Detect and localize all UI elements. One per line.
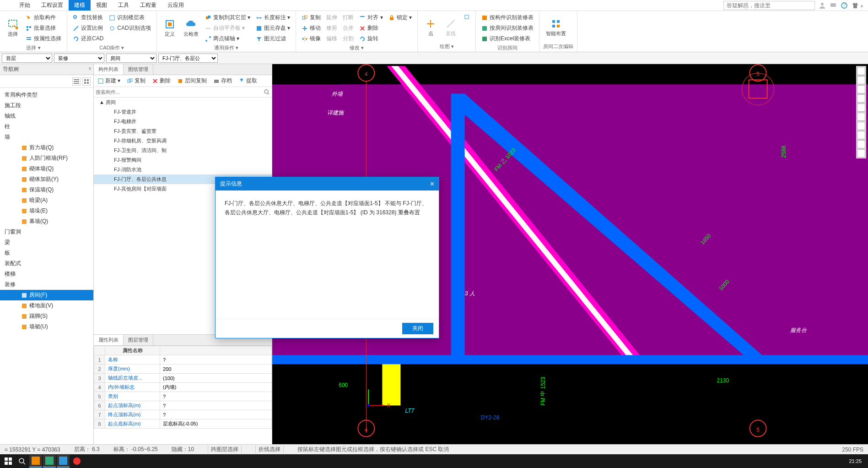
cad-recognize-options-button[interactable]: CAD识别选项 (107, 23, 152, 33)
component-item[interactable]: FJ-电梯井 (94, 117, 272, 126)
restore-cad-button[interactable]: 还原CAD (71, 34, 105, 44)
prop-row-value[interactable]: ? (160, 355, 272, 365)
draw-extra-button[interactable] (462, 13, 472, 21)
property-row[interactable]: 1名称? (94, 355, 272, 365)
pick-component-button[interactable]: 拾取构件 (24, 13, 63, 22)
global-search-input[interactable] (723, 1, 815, 10)
status-polyline-button[interactable]: 折线选择 (255, 446, 284, 453)
dialog-close-icon[interactable]: × (430, 180, 434, 188)
prop-row-value[interactable]: 层底标高(-0.05) (160, 419, 272, 429)
cloud-check-button[interactable]: 云检查 (181, 13, 201, 44)
nav-item[interactable]: 柱 (0, 121, 93, 132)
canvas-tool-3[interactable] (857, 85, 865, 93)
property-row[interactable]: 5类别? (94, 392, 272, 401)
property-row[interactable]: 8起点底标高(m)层底标高(-0.05) (94, 419, 272, 429)
nav-grid-view-icon[interactable] (82, 77, 91, 86)
archive-button[interactable]: 存档 (211, 76, 234, 86)
taskbar-app1-icon[interactable] (29, 455, 42, 468)
align-button[interactable]: 对齐 ▾ (357, 13, 384, 22)
nav-item[interactable]: 装配式 (0, 258, 93, 269)
category-combo[interactable]: 装修 (54, 54, 104, 63)
prop-row-value[interactable]: (100) (160, 374, 272, 383)
rotate-button[interactable]: 旋转 (357, 34, 384, 44)
property-row[interactable]: 6起点顶标高(m)? (94, 401, 272, 410)
new-component-button[interactable]: 新建 ▾ (96, 76, 122, 86)
nav-item[interactable]: 装修 (0, 279, 93, 290)
canvas-tool-10[interactable] (857, 149, 865, 158)
nav-item[interactable]: 暗梁(A) (0, 195, 93, 206)
component-item[interactable]: ▲ 房间 (94, 98, 272, 107)
nav-item[interactable]: 墙裙(U) (0, 321, 93, 332)
recognize-excel-button[interactable]: 识别Excel装修表 (480, 34, 535, 44)
nav-item[interactable]: 梁 (0, 237, 93, 248)
tab-property-list[interactable]: 属性列表 (94, 335, 124, 345)
delete-component-button[interactable]: 删除 (150, 76, 173, 86)
component-item[interactable]: FJ-消防水池 (94, 165, 272, 174)
recognize-by-component-button[interactable]: 按构件识别装修表 (480, 13, 535, 22)
prop-row-value[interactable]: ? (160, 392, 272, 401)
floor-combo[interactable]: 首层 (2, 54, 52, 63)
nav-item[interactable]: 楼地面(V) (0, 300, 93, 311)
element-save-button[interactable]: 图元存盘 ▾ (254, 23, 292, 33)
taskbar-search-icon[interactable] (16, 455, 28, 468)
nav-item[interactable]: 板 (0, 248, 93, 258)
nav-item[interactable]: 砌体墙(Q) (0, 163, 93, 174)
nav-item[interactable]: 施工段 (0, 100, 93, 111)
mirror-button[interactable]: 镜像 (300, 34, 323, 44)
find-replace-button[interactable]: 查找替换 (71, 13, 105, 22)
canvas-tool-9[interactable] (857, 140, 865, 148)
delete-button[interactable]: 删除 (357, 23, 384, 33)
nav-item[interactable]: 轴线 (0, 111, 93, 121)
component-item[interactable]: FJ-贵宾室、鉴赏室 (94, 126, 272, 136)
nav-item[interactable]: 墙垛(E) (0, 206, 93, 216)
component-item[interactable]: FJ-卫生间、清洁间、制 (94, 146, 272, 155)
nav-item[interactable]: 人防门框墙(RF) (0, 153, 93, 163)
nav-item[interactable]: 幕墙(Q) (0, 216, 93, 227)
property-row[interactable]: 2厚度(mm)200 (94, 365, 272, 374)
menu-quantity[interactable]: 工程量 (135, 0, 162, 11)
nav-item[interactable]: 踢脚(S) (0, 311, 93, 321)
recognize-floor-table-button[interactable]: 识别楼层表 (107, 13, 152, 22)
copy-component-button[interactable]: 复制 (125, 76, 147, 86)
element-filter-button[interactable]: 图元过滤 (254, 34, 292, 44)
prop-row-value[interactable]: ? (160, 401, 272, 410)
prop-row-value[interactable]: (内墙) (160, 383, 272, 392)
component-item[interactable]: FJ-管道井 (94, 107, 272, 117)
canvas-tool-5[interactable] (857, 103, 865, 112)
select-by-property-button[interactable]: 按属性选择 (24, 34, 63, 44)
prop-row-value[interactable]: ? (160, 410, 272, 419)
type-combo[interactable]: 房间 (106, 54, 156, 63)
nav-list-view-icon[interactable] (72, 77, 81, 86)
component-item[interactable]: FJ-排烟机房、空新风调 (94, 136, 272, 146)
lock-button[interactable]: 锁定 ▾ (387, 13, 414, 22)
property-row[interactable]: 3轴线距左墙皮...(100) (94, 374, 272, 383)
copy-button[interactable]: 复制 (300, 13, 323, 22)
taskbar-app2-icon[interactable] (43, 455, 56, 468)
property-row[interactable]: 7终点顶标高(m)? (94, 410, 272, 419)
menu-tools[interactable]: 工具 (113, 0, 135, 11)
nav-item[interactable]: 房间(F) (0, 290, 93, 300)
nav-item[interactable]: 保温墙(Q) (0, 185, 93, 195)
taskbar-start-icon[interactable] (2, 455, 15, 468)
taskbar-app4-icon[interactable] (70, 455, 83, 468)
comp-panel-close-icon[interactable]: × (857, 1, 866, 11)
smart-layout-button[interactable]: 智能布置 (543, 13, 569, 42)
component-combo[interactable]: FJ-门厅、各层公 (158, 54, 218, 63)
define-button[interactable]: 定义 (161, 13, 179, 44)
menu-cloud[interactable]: 云应用 (162, 0, 189, 11)
component-item[interactable]: FJ-报警阀间 (94, 155, 272, 165)
user-icon[interactable] (819, 2, 826, 9)
search-icon[interactable] (264, 89, 270, 95)
taskbar-app3-icon[interactable] (57, 455, 70, 468)
help-icon[interactable]: ? (841, 2, 848, 9)
extract-button[interactable]: 提取 (237, 76, 259, 86)
menu-start[interactable]: 开始 (14, 0, 36, 11)
nav-item[interactable]: 门窗洞 (0, 227, 93, 237)
nav-item[interactable]: 剪力墙(Q) (0, 142, 93, 153)
tab-drawing-manage[interactable]: 图纸管理 (124, 64, 153, 75)
nav-item[interactable]: 楼梯 (0, 269, 93, 279)
property-row[interactable]: 4内/外墙标志(内墙) (94, 383, 272, 392)
prop-row-value[interactable]: 200 (160, 365, 272, 374)
menu-project-settings[interactable]: 工程设置 (36, 0, 69, 11)
canvas-tool-8[interactable] (857, 131, 865, 139)
